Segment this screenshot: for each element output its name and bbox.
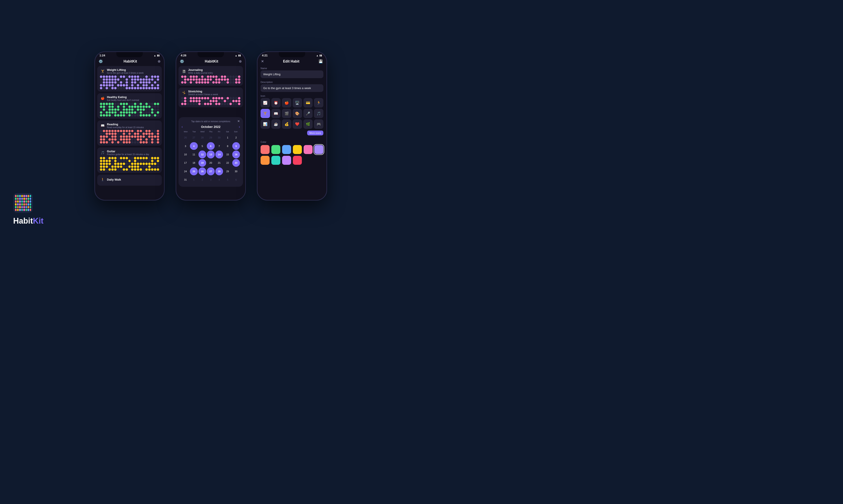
add-icon-1[interactable]: ⊕ (158, 59, 160, 64)
habit-dot[interactable] (117, 157, 119, 159)
habit-dot[interactable] (157, 157, 159, 159)
habit-dot[interactable] (120, 78, 122, 81)
habit-dot[interactable] (145, 75, 148, 78)
habit-dot[interactable] (157, 103, 159, 105)
color-option[interactable] (304, 145, 313, 154)
habit-dot[interactable] (193, 100, 195, 102)
habit-dot[interactable] (117, 130, 119, 132)
habit-dot[interactable] (123, 81, 125, 84)
habit-dot[interactable] (131, 132, 134, 135)
calendar-day[interactable]: 18 (190, 159, 197, 167)
calendar-day[interactable]: 26 (181, 133, 189, 141)
habit-dot[interactable] (140, 106, 142, 108)
habit-dot[interactable] (193, 81, 195, 84)
habit-dot[interactable] (145, 111, 148, 114)
habit-dot[interactable] (151, 160, 154, 162)
next-month-button[interactable]: › (239, 125, 240, 129)
habit-dot[interactable] (142, 132, 145, 135)
habit-dot[interactable] (106, 106, 108, 108)
habit-dot[interactable] (103, 132, 105, 135)
habit-dot[interactable] (142, 138, 145, 141)
habit-dot[interactable] (232, 97, 235, 100)
habit-dot[interactable] (131, 81, 134, 84)
habit-dot[interactable] (106, 132, 108, 135)
habit-dot[interactable] (157, 111, 159, 114)
habit-dot[interactable] (126, 138, 128, 141)
habit-dot[interactable] (142, 84, 145, 87)
habit-dot[interactable] (123, 136, 125, 138)
habit-dot[interactable] (111, 141, 114, 144)
habit-dot[interactable] (184, 81, 187, 84)
habit-dot[interactable] (154, 160, 156, 162)
habit-dot[interactable] (120, 111, 122, 114)
habit-dot[interactable] (117, 114, 119, 116)
habit-dot[interactable] (111, 160, 114, 162)
habit-dot[interactable] (145, 108, 148, 111)
habit-dot[interactable] (108, 132, 111, 135)
habit-dot[interactable] (140, 87, 142, 89)
habit-dot[interactable] (215, 103, 217, 105)
habit-dot[interactable] (114, 75, 117, 78)
habit-dot[interactable] (148, 84, 151, 87)
habit-dot[interactable] (108, 138, 111, 141)
close-icon[interactable]: ✕ (261, 59, 264, 64)
habit-dot[interactable] (212, 103, 215, 105)
calendar-day[interactable]: 28 (215, 167, 223, 175)
habit-dot[interactable] (120, 157, 122, 159)
habit-dot[interactable] (126, 103, 128, 105)
habit-dot[interactable] (145, 157, 148, 159)
habit-dot[interactable] (193, 78, 195, 81)
habit-dot[interactable] (229, 100, 232, 102)
habit-dot[interactable] (145, 138, 148, 141)
habit-dot[interactable] (114, 163, 117, 165)
habit-card-weight[interactable]: 🏋️ Weight Lifting Go to the gym at least… (97, 66, 162, 91)
habit-dot[interactable] (218, 103, 221, 105)
habit-dot[interactable] (145, 136, 148, 138)
add-icon-2[interactable]: ⊕ (239, 59, 242, 64)
calendar-day[interactable]: 23 (232, 159, 240, 167)
habit-dot[interactable] (145, 160, 148, 162)
habit-dot[interactable] (238, 81, 240, 84)
habit-dot[interactable] (210, 97, 212, 100)
habit-dot[interactable] (114, 78, 117, 81)
habit-dot[interactable] (157, 84, 159, 87)
habit-dot[interactable] (142, 160, 145, 162)
habit-dot[interactable] (117, 103, 119, 105)
habit-dot[interactable] (131, 78, 134, 81)
color-option[interactable] (293, 145, 302, 154)
habit-dot[interactable] (108, 103, 111, 105)
habit-dot[interactable] (207, 81, 209, 84)
habit-dot[interactable] (120, 168, 122, 171)
habit-dot[interactable] (103, 114, 105, 116)
habit-dot[interactable] (145, 114, 148, 116)
habit-dot[interactable] (108, 81, 111, 84)
habit-dot[interactable] (117, 132, 119, 135)
calendar-day[interactable]: 7 (215, 142, 223, 150)
habit-dot[interactable] (137, 132, 139, 135)
habit-dot[interactable] (111, 132, 114, 135)
habit-dot[interactable] (100, 78, 102, 81)
habit-dot[interactable] (120, 75, 122, 78)
icon-option[interactable]: 🎮 (314, 119, 323, 129)
habit-dot[interactable] (111, 157, 114, 159)
habit-dot[interactable] (134, 132, 136, 135)
habit-dot[interactable] (154, 136, 156, 138)
habit-dot[interactable] (229, 103, 232, 105)
habit-dot[interactable] (117, 106, 119, 108)
prev-month-button[interactable]: ‹ (181, 125, 183, 129)
calendar-day[interactable]: 24 (181, 167, 189, 175)
habit-dot[interactable] (128, 130, 131, 132)
habit-dot[interactable] (195, 103, 198, 105)
habit-dot[interactable] (134, 163, 136, 165)
habit-dot[interactable] (108, 130, 111, 132)
habit-dot[interactable] (157, 78, 159, 81)
habit-dot[interactable] (117, 165, 119, 168)
habit-dot[interactable] (142, 163, 145, 165)
habit-dot[interactable] (131, 103, 134, 105)
habit-dot[interactable] (137, 87, 139, 89)
habit-dot[interactable] (148, 78, 151, 81)
habit-dot[interactable] (142, 78, 145, 81)
habit-dot[interactable] (100, 111, 102, 114)
habit-dot[interactable] (106, 78, 108, 81)
habit-dot[interactable] (181, 97, 183, 100)
